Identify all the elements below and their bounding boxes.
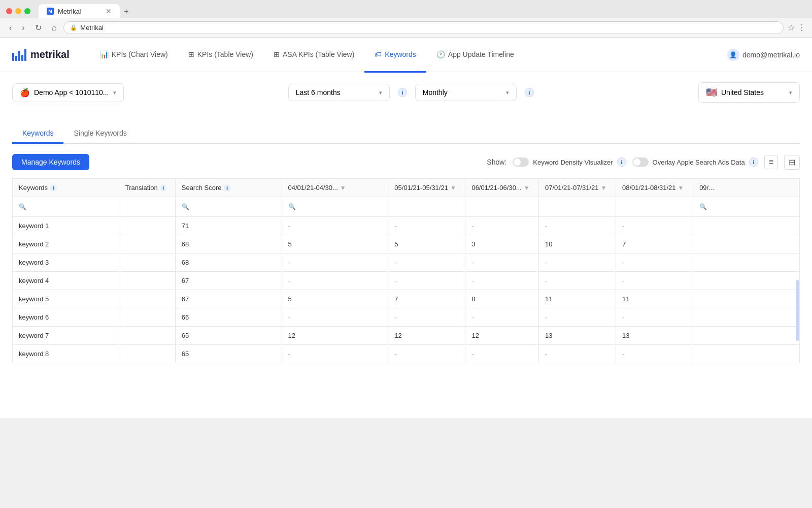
- search-icon-sep: 🔍: [699, 203, 707, 210]
- table-cell: 5: [388, 235, 465, 253]
- tab-close-button[interactable]: ✕: [106, 7, 112, 15]
- granularity-dropdown[interactable]: Monthly ▾: [415, 84, 517, 101]
- vertical-scrollbar[interactable]: [796, 280, 799, 341]
- search-input-keywords[interactable]: [28, 202, 113, 211]
- table-cell: 12: [388, 327, 465, 345]
- back-button[interactable]: ‹: [6, 22, 15, 34]
- tag-icon: 🏷: [375, 50, 382, 58]
- browser-titlebar: M Metrikal ✕ +: [0, 0, 812, 18]
- table-cell: -: [282, 217, 388, 235]
- user-email: demo@metrikal.io: [742, 51, 800, 59]
- close-window-button[interactable]: [6, 8, 12, 14]
- nav-asa-kpis[interactable]: ⊞ ASA KPIs (Table View): [263, 38, 364, 73]
- table-row: keyword 7651212121313: [13, 327, 800, 345]
- chart-icon: 📊: [100, 50, 109, 58]
- menu-icon[interactable]: ⋮: [798, 23, 806, 33]
- visualizer-info-icon[interactable]: ℹ: [617, 157, 626, 167]
- nav-app-update[interactable]: 🕐 App Update Timeline: [426, 38, 524, 73]
- maximize-window-button[interactable]: [24, 8, 30, 14]
- search-cell-sep: 🔍: [693, 197, 800, 217]
- logo-bar-4: [21, 55, 23, 61]
- home-button[interactable]: ⌂: [49, 22, 60, 34]
- th-sep: 09/...: [693, 179, 800, 197]
- date-range-dropdown[interactable]: Last 6 months ▾: [288, 84, 390, 101]
- reload-button[interactable]: ↻: [32, 22, 45, 34]
- table-row: keyword 467-----: [13, 272, 800, 290]
- table-cell: 7: [616, 235, 693, 253]
- columns-icon-button[interactable]: ≡: [764, 155, 778, 169]
- app-header: metrikal 📊 KPIs (Chart View) ⊞ KPIs (Tab…: [0, 38, 812, 72]
- search-icon-apr: 🔍: [288, 203, 296, 210]
- apr-filter-icon[interactable]: ▼: [340, 184, 346, 192]
- table-cell: -: [538, 253, 616, 272]
- logo-bar-5: [24, 49, 26, 61]
- may-filter-icon[interactable]: ▼: [450, 184, 456, 192]
- nav-kpis-table[interactable]: ⊞ KPIs (Table View): [178, 38, 263, 73]
- date-range-info-icon[interactable]: ℹ: [398, 88, 407, 97]
- overlay-info-icon[interactable]: ℹ: [749, 157, 758, 167]
- overlay-toggle[interactable]: [632, 157, 649, 167]
- nav-kpis-chart[interactable]: 📊 KPIs (Chart View): [90, 38, 178, 73]
- table-cell: -: [465, 217, 539, 235]
- table-row: keyword 865-----: [13, 345, 800, 363]
- tab-single-keywords[interactable]: Single Keywords: [63, 124, 137, 144]
- table-cell: [119, 253, 175, 272]
- table-cell: -: [465, 345, 539, 363]
- user-menu[interactable]: 👤 demo@metrikal.io: [727, 49, 800, 61]
- th-aug: 08/01/21-08/31/21 ▼: [616, 179, 693, 197]
- table-cell: [119, 308, 175, 327]
- forward-button[interactable]: ›: [19, 22, 27, 34]
- search-cell-keywords: 🔍: [13, 197, 119, 217]
- th-translation: Translation ℹ: [119, 179, 175, 197]
- visualizer-toggle[interactable]: [513, 157, 529, 167]
- table-row: keyword 5675781111: [13, 290, 800, 308]
- table-cell: -: [538, 308, 616, 327]
- search-icon-keywords: 🔍: [19, 203, 26, 210]
- nav-keywords[interactable]: 🏷 Keywords: [364, 38, 426, 73]
- tab-title: Metrikal: [58, 8, 81, 15]
- table-cell: 11: [538, 290, 616, 308]
- search-input-score[interactable]: [191, 202, 276, 211]
- table-search-row: 🔍 🔍 🔍: [13, 197, 800, 217]
- table-cell: keyword 8: [13, 345, 119, 363]
- jun-filter-icon[interactable]: ▼: [524, 184, 530, 192]
- score-col-info[interactable]: ℹ: [224, 184, 231, 192]
- table-cell: 13: [538, 327, 616, 345]
- tab-keywords[interactable]: Keywords: [12, 124, 63, 144]
- keywords-col-info[interactable]: ℹ: [50, 184, 57, 192]
- app: metrikal 📊 KPIs (Chart View) ⊞ KPIs (Tab…: [0, 38, 812, 418]
- table-cell: keyword 1: [13, 217, 119, 235]
- logo-bars: [12, 49, 26, 61]
- aug-filter-icon[interactable]: ▼: [678, 184, 684, 192]
- browser-actions: ☆ ⋮: [788, 23, 806, 33]
- search-input-apr[interactable]: [298, 202, 382, 211]
- translation-col-info[interactable]: ℹ: [160, 184, 167, 192]
- new-tab-button[interactable]: +: [120, 5, 132, 18]
- table-cell: -: [538, 272, 616, 290]
- app-selector[interactable]: 🍎 Demo App < 1010110... ▾: [12, 83, 124, 102]
- th-jul: 07/01/21-07/31/21 ▼: [538, 179, 616, 197]
- layout-icon-button[interactable]: ⊟: [784, 155, 800, 170]
- app-name: Demo App < 1010110...: [34, 88, 109, 97]
- logo: metrikal: [12, 49, 70, 61]
- active-tab[interactable]: M Metrikal ✕: [39, 4, 120, 18]
- keywords-table: Keywords ℹ Translation ℹ: [12, 178, 800, 363]
- bookmark-icon[interactable]: ☆: [788, 23, 795, 33]
- overlay-toggle-group: Overlay Apple Search Ads Data ℹ: [632, 157, 758, 167]
- url-bar[interactable]: 🔒 Metrikal: [63, 21, 784, 34]
- manage-keywords-button[interactable]: Manage Keywords: [12, 154, 89, 170]
- minimize-window-button[interactable]: [15, 8, 21, 14]
- table-cell: -: [465, 308, 539, 327]
- table-cell: -: [616, 308, 693, 327]
- granularity-value: Monthly: [423, 88, 448, 97]
- country-dropdown-arrow: ▾: [789, 89, 792, 96]
- table-cell: [119, 290, 175, 308]
- avatar: 👤: [727, 49, 739, 61]
- search-input-sep[interactable]: [709, 202, 793, 211]
- country-dropdown[interactable]: 🇺🇸 United States ▾: [698, 82, 800, 103]
- granularity-info-icon[interactable]: ℹ: [525, 88, 534, 97]
- table-cell: 3: [465, 235, 539, 253]
- jul-filter-icon[interactable]: ▼: [601, 184, 607, 192]
- table-cell: [693, 235, 800, 253]
- table-cell: [693, 217, 800, 235]
